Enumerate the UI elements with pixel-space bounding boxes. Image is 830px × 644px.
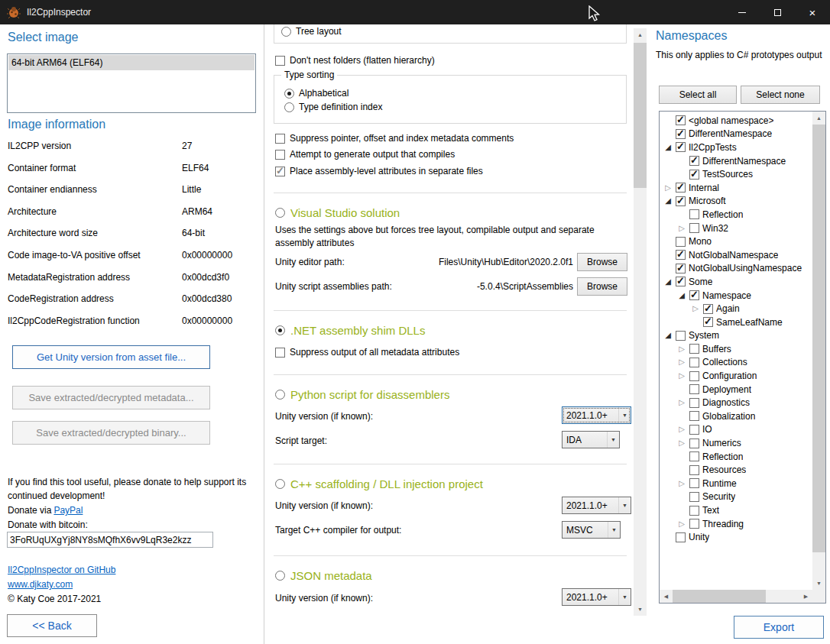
namespace-label[interactable]: Runtime — [702, 478, 737, 489]
namespace-label[interactable]: Numerics — [702, 438, 741, 448]
namespace-checkbox[interactable] — [689, 358, 699, 367]
expanded-expander-icon[interactable]: ◢ — [663, 332, 673, 339]
chevron-down-icon[interactable]: ▼ — [618, 589, 631, 605]
github-link[interactable]: Il2CppInspector on GitHub — [8, 565, 115, 575]
expanded-expander-icon[interactable]: ◢ — [663, 144, 673, 151]
namespace-checkbox[interactable] — [689, 411, 699, 421]
namespace-tree-item[interactable]: ▷Buffers — [660, 342, 812, 356]
separate-attributes-checkbox-row[interactable]: Place assembly-level attributes in separ… — [275, 166, 483, 176]
namespace-tree-item[interactable]: ◢System — [660, 329, 812, 343]
collapsed-expander-icon[interactable]: ▷ — [677, 225, 686, 232]
image-listbox[interactable]: 64-bit ARM64 (ELF64) — [7, 53, 256, 113]
collapsed-expander-icon[interactable]: ▷ — [677, 345, 686, 353]
collapsed-expander-icon[interactable]: ▷ — [677, 520, 686, 528]
expanded-expander-icon[interactable]: ◢ — [677, 292, 686, 299]
scroll-down-icon[interactable]: ▼ — [634, 603, 647, 616]
namespace-label[interactable]: <global namespace> — [689, 115, 773, 126]
namespace-checkbox[interactable] — [689, 209, 699, 219]
namespace-tree-item[interactable]: Unity — [660, 530, 812, 544]
namespace-checkbox[interactable] — [689, 156, 699, 166]
collapsed-expander-icon[interactable]: ▷ — [677, 480, 686, 487]
namespace-label[interactable]: Namespace — [702, 290, 751, 301]
namespace-label[interactable]: SameLeafName — [716, 317, 783, 328]
browse-editor-path-button[interactable]: Browse — [577, 253, 627, 271]
namespace-label[interactable]: IO — [702, 424, 712, 435]
namespace-tree-item[interactable]: Reflection — [660, 208, 812, 222]
type-definition-index-radio-row[interactable]: Type definition index — [284, 102, 382, 112]
namespace-checkbox[interactable] — [689, 425, 699, 435]
tree-layout-radio[interactable] — [281, 27, 291, 37]
back-button[interactable]: << Back — [7, 614, 97, 637]
suppress-comments-checkbox-row[interactable]: Suppress pointer, offset and index metad… — [275, 133, 514, 144]
cpp-project-section-radio-row[interactable]: C++ scaffolding / DLL injection project — [275, 477, 483, 490]
namespace-checkbox[interactable] — [689, 465, 699, 475]
script-target-combobox[interactable]: IDA ▼ — [562, 431, 620, 448]
namespace-tree-item[interactable]: NotGlobalUsingNamespace — [660, 262, 812, 276]
scroll-down-icon[interactable]: ▼ — [812, 577, 825, 590]
namespace-tree-item[interactable]: ◢Microsoft — [660, 195, 812, 209]
namespace-tree-item[interactable]: Security — [660, 490, 812, 504]
get-unity-version-button[interactable]: Get Unity version from asset file... — [12, 345, 210, 369]
cpp-project-radio[interactable] — [275, 479, 285, 489]
namespace-checkbox[interactable] — [689, 439, 699, 448]
namespace-checkbox[interactable] — [689, 506, 699, 516]
namespace-label[interactable]: Again — [716, 303, 740, 314]
suppress-comments-checkbox[interactable] — [275, 134, 285, 144]
options-scrollbar[interactable]: ▲ ▼ — [634, 28, 647, 616]
expanded-expander-icon[interactable]: ◢ — [663, 197, 673, 205]
scrollbar-thumb[interactable] — [812, 125, 825, 552]
namespace-tree-item[interactable]: ▷Threading — [660, 517, 812, 531]
namespace-label[interactable]: DifferentNamespace — [702, 156, 786, 167]
namespace-label[interactable]: Diagnostics — [702, 397, 750, 408]
namespace-tree-item[interactable]: Deployment — [660, 383, 812, 396]
namespace-checkbox[interactable] — [689, 290, 699, 300]
namespace-checkbox[interactable] — [703, 317, 713, 327]
separate-attributes-checkbox[interactable] — [275, 167, 285, 176]
namespace-checkbox[interactable] — [689, 519, 699, 529]
namespace-label[interactable]: Reflection — [702, 451, 743, 462]
json-metadata-section-radio-row[interactable]: JSON metadata — [275, 569, 372, 582]
collapsed-expander-icon[interactable]: ▷ — [677, 439, 686, 447]
namespace-checkbox[interactable] — [676, 532, 686, 542]
namespace-label[interactable]: Threading — [702, 519, 744, 529]
namespace-label[interactable]: Security — [702, 491, 735, 502]
chevron-down-icon[interactable]: ▼ — [618, 497, 631, 513]
cpp-unity-version-combobox[interactable]: 2021.1.0+ ▼ — [562, 497, 631, 514]
namespace-checkbox[interactable] — [676, 264, 686, 273]
visual-studio-radio[interactable] — [275, 208, 285, 218]
visual-studio-section-radio-row[interactable]: Visual Studio solution — [275, 206, 400, 219]
cpp-compiler-combobox[interactable]: MSVC ▼ — [562, 521, 621, 539]
bitcoin-address-input[interactable] — [7, 532, 213, 548]
namespace-checkbox[interactable] — [676, 115, 686, 125]
namespace-tree-item[interactable]: ◢Il2CppTests — [660, 141, 812, 154]
namespace-tree-item[interactable]: Mono — [660, 235, 812, 248]
attempt-compile-checkbox-row[interactable]: Attempt to generate output that compiles — [275, 149, 455, 160]
attempt-compile-checkbox[interactable] — [275, 150, 285, 160]
image-list-item-selected[interactable]: 64-bit ARM64 (ELF64) — [8, 55, 255, 70]
namespace-tree-item[interactable]: ▷Diagnostics — [660, 396, 812, 409]
namespace-checkbox[interactable] — [676, 183, 686, 193]
namespace-tree-item[interactable]: Globalization — [660, 409, 812, 423]
namespace-label[interactable]: NotGlobalUsingNamespace — [689, 263, 802, 273]
namespace-checkbox[interactable] — [689, 371, 699, 381]
shim-dlls-section-radio-row[interactable]: .NET assembly shim DLLs — [275, 324, 425, 337]
namespace-label[interactable]: DifferentNamespace — [689, 128, 772, 139]
namespace-tree-item[interactable]: ▷Again — [660, 302, 812, 316]
json-metadata-radio[interactable] — [275, 571, 285, 581]
namespace-label[interactable]: Il2CppTests — [689, 142, 737, 153]
chevron-down-icon[interactable]: ▼ — [608, 522, 620, 538]
namespace-checkbox[interactable] — [689, 492, 699, 502]
namespace-label[interactable]: TestSources — [702, 169, 753, 180]
namespace-tree-item[interactable]: ▷Collections — [660, 356, 812, 370]
namespace-checkbox[interactable] — [689, 344, 699, 354]
namespace-label[interactable]: Deployment — [702, 384, 751, 395]
namespace-tree-item[interactable]: ▷Configuration — [660, 369, 812, 383]
collapsed-expander-icon[interactable]: ▷ — [663, 184, 673, 192]
type-definition-index-radio[interactable] — [284, 102, 294, 112]
namespace-tree-item[interactable]: <global namespace> — [660, 114, 812, 128]
shim-dlls-radio[interactable] — [275, 325, 285, 335]
namespace-tree-item[interactable]: NotGlobalNamespace — [660, 248, 812, 262]
namespace-tree-item[interactable]: SameLeafName — [660, 316, 812, 329]
namespace-tree-item[interactable]: ◢Namespace — [660, 289, 812, 303]
namespace-checkbox[interactable] — [676, 250, 686, 260]
